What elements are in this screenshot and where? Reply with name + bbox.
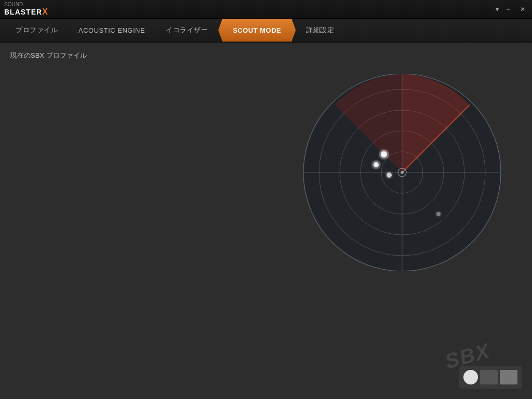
svg-point-12 xyxy=(379,149,389,159)
nav-tabs: プロファイル ACOUSTIC ENGINE イコライザー SCOUT MODE… xyxy=(0,19,532,43)
wifi-icon: ▾ xyxy=(496,6,499,13)
radar-svg xyxy=(303,74,501,271)
logo-x-text: X xyxy=(42,7,48,17)
tab-acoustic[interactable]: ACOUSTIC ENGINE xyxy=(68,19,155,42)
logo-main-text: BLASTER xyxy=(4,8,42,16)
svg-point-18 xyxy=(435,210,442,218)
view-square-button-2[interactable] xyxy=(500,370,517,384)
logo-sub-text: SOUND xyxy=(4,2,23,7)
close-button[interactable]: ✕ xyxy=(517,4,528,15)
tab-settings[interactable]: 詳細設定 xyxy=(296,19,344,42)
tab-profile[interactable]: プロファイル xyxy=(5,19,68,42)
title-bar-controls: ▾ − ✕ xyxy=(496,4,528,15)
svg-point-16 xyxy=(385,171,393,179)
view-circle-button[interactable] xyxy=(463,370,478,384)
tab-scout-mode[interactable]: SCOUT MODE xyxy=(218,19,296,42)
bottom-controls xyxy=(459,366,522,389)
app-window: SOUND BLASTER X ▾ − ✕ プロファイル ACOUSTIC EN… xyxy=(0,0,532,399)
svg-point-14 xyxy=(371,160,381,169)
svg-point-10 xyxy=(401,171,404,174)
content-area: 現在のSBX プロファイル xyxy=(0,43,532,399)
view-square-button-1[interactable] xyxy=(480,370,498,384)
radar-display xyxy=(303,74,501,271)
tab-equalizer[interactable]: イコライザー xyxy=(155,19,218,42)
minimize-button[interactable]: − xyxy=(503,4,513,15)
profile-label: 現在のSBX プロファイル xyxy=(10,51,87,60)
logo-area: SOUND BLASTER X xyxy=(4,2,48,17)
title-bar-left: SOUND BLASTER X xyxy=(4,2,48,17)
logo-icon: SOUND BLASTER X xyxy=(4,2,48,17)
title-bar: SOUND BLASTER X ▾ − ✕ xyxy=(0,0,532,19)
